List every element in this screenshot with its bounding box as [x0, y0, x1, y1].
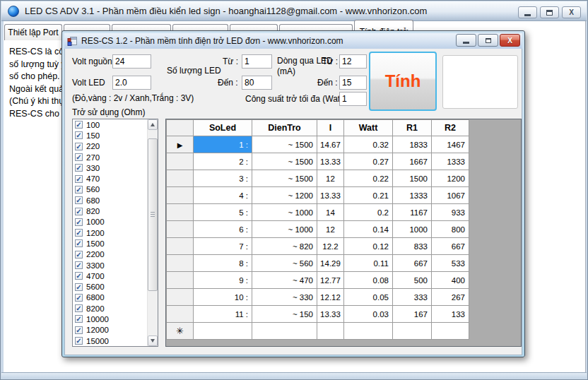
table-cell[interactable] [393, 323, 432, 340]
table-cell[interactable]: 14.29 [317, 255, 344, 272]
table-cell[interactable]: 1200 [432, 170, 469, 187]
table-cell[interactable]: 833 [393, 238, 432, 255]
cong-suat-input[interactable] [339, 92, 367, 106]
table-cell[interactable]: 0.22 [344, 170, 393, 187]
checkbox-checked-icon[interactable]: ✓ [75, 229, 83, 237]
table-cell[interactable]: 1833 [393, 136, 432, 153]
table-cell[interactable]: 14 [317, 204, 344, 221]
resistor-item[interactable]: ✓100 [73, 119, 158, 130]
table-cell[interactable]: 267 [432, 289, 469, 306]
table-cell[interactable]: 0.2 [344, 204, 393, 221]
table-cell[interactable]: ~ 470 [252, 272, 317, 289]
table-cell[interactable]: 800 [432, 221, 469, 238]
volt-nguon-input[interactable] [112, 54, 151, 69]
table-cell[interactable]: 667 [393, 255, 432, 272]
checkbox-checked-icon[interactable]: ✓ [75, 337, 83, 345]
table-cell[interactable]: 0.27 [344, 153, 393, 170]
row-header[interactable] [167, 204, 194, 221]
volt-led-input[interactable] [112, 76, 151, 90]
row-header[interactable] [167, 255, 194, 272]
tab-thiet-lap-port[interactable]: Thiết lập Port [4, 24, 62, 40]
table-cell[interactable]: 12.12 [317, 289, 344, 306]
checkbox-checked-icon[interactable]: ✓ [75, 326, 83, 334]
resistor-item[interactable]: ✓680 [73, 195, 158, 206]
row-header[interactable] [167, 238, 194, 255]
table-cell[interactable]: 333 [393, 289, 432, 306]
table-cell[interactable] [344, 323, 393, 340]
row-header[interactable] [167, 170, 194, 187]
table-cell[interactable]: ~ 820 [252, 238, 317, 255]
row-header[interactable] [167, 289, 194, 306]
table-cell[interactable]: 133 [432, 306, 469, 323]
resistor-item[interactable]: ✓330 [73, 162, 158, 173]
table-cell[interactable]: 1067 [432, 187, 469, 204]
checkbox-checked-icon[interactable]: ✓ [75, 196, 83, 204]
resistor-item[interactable]: ✓6800 [73, 292, 158, 303]
column-header[interactable]: I [317, 120, 344, 136]
table-cell[interactable]: 1167 [393, 204, 432, 221]
checkbox-checked-icon[interactable]: ✓ [75, 283, 83, 291]
table-cell[interactable]: 6 : [194, 221, 252, 238]
checkbox-checked-icon[interactable]: ✓ [75, 218, 83, 226]
column-header[interactable]: DienTro [252, 120, 317, 136]
restore-button[interactable] [540, 6, 559, 18]
checkbox-checked-icon[interactable]: ✓ [75, 251, 83, 259]
resistor-item[interactable]: ✓12000 [73, 325, 158, 336]
resistor-item[interactable]: ✓820 [73, 206, 158, 216]
table-cell[interactable] [194, 323, 252, 340]
table-cell[interactable]: 1333 [432, 153, 469, 170]
table-cell[interactable]: ~ 1500 [252, 170, 317, 187]
resistor-item[interactable]: ✓8200 [73, 303, 158, 314]
table-cell[interactable]: 533 [432, 255, 469, 272]
resistor-item[interactable]: ✓1500 [73, 238, 158, 249]
new-row-header[interactable]: ✳ [167, 323, 194, 340]
table-cell[interactable]: 167 [393, 306, 432, 323]
grid-corner-header[interactable] [167, 120, 194, 136]
resistor-item[interactable]: ✓2200 [73, 249, 158, 260]
checkbox-checked-icon[interactable]: ✓ [75, 294, 83, 302]
table-cell[interactable]: 12 [317, 221, 344, 238]
table-cell[interactable]: ~ 330 [252, 289, 317, 306]
row-header[interactable]: ▶ [167, 136, 194, 153]
so-luong-tu-input[interactable] [242, 54, 272, 69]
table-cell[interactable] [317, 323, 344, 340]
dialog-close-button[interactable]: X [500, 34, 520, 47]
table-cell[interactable]: 12 [317, 170, 344, 187]
checkbox-checked-icon[interactable]: ✓ [75, 186, 83, 194]
checkbox-checked-icon[interactable]: ✓ [75, 272, 83, 280]
table-cell[interactable]: ~ 1000 [252, 204, 317, 221]
row-header[interactable] [167, 187, 194, 204]
checkbox-checked-icon[interactable]: ✓ [75, 261, 83, 269]
resistor-item[interactable]: ✓270 [73, 152, 158, 162]
resistor-item[interactable]: ✓150 [73, 130, 158, 141]
checkbox-checked-icon[interactable]: ✓ [75, 164, 83, 172]
table-cell[interactable]: 933 [432, 204, 469, 221]
table-cell[interactable]: 0.08 [344, 272, 393, 289]
table-cell[interactable]: ~ 1500 [252, 136, 317, 153]
checkbox-checked-icon[interactable]: ✓ [75, 143, 83, 150]
table-cell[interactable]: 1 : [194, 136, 252, 153]
so-luong-den-input[interactable] [242, 76, 272, 90]
column-header[interactable]: R2 [432, 120, 469, 136]
table-cell[interactable]: 1000 [393, 221, 432, 238]
table-cell[interactable]: ~ 150 [252, 306, 317, 323]
table-cell[interactable]: 13.33 [317, 153, 344, 170]
table-cell[interactable]: ~ 1500 [252, 153, 317, 170]
table-cell[interactable]: 1467 [432, 136, 469, 153]
resistor-item[interactable]: ✓470 [73, 173, 158, 184]
table-cell[interactable]: 12.77 [317, 272, 344, 289]
checkbox-checked-icon[interactable]: ✓ [75, 208, 83, 215]
table-cell[interactable]: 14.67 [317, 136, 344, 153]
row-header[interactable] [167, 306, 194, 323]
table-cell[interactable]: ~ 1000 [252, 221, 317, 238]
resistor-item[interactable]: ✓3300 [73, 260, 158, 271]
column-header[interactable]: Watt [344, 120, 393, 136]
listbox-scrollbar[interactable] [147, 119, 158, 346]
minimize-button[interactable] [518, 6, 537, 18]
row-header[interactable] [167, 221, 194, 238]
dong-qua-den-input[interactable] [339, 76, 367, 90]
table-cell[interactable]: 667 [432, 238, 469, 255]
table-cell[interactable]: 2 : [194, 153, 252, 170]
table-cell[interactable]: 1667 [393, 153, 432, 170]
table-cell[interactable]: 0.05 [344, 289, 393, 306]
